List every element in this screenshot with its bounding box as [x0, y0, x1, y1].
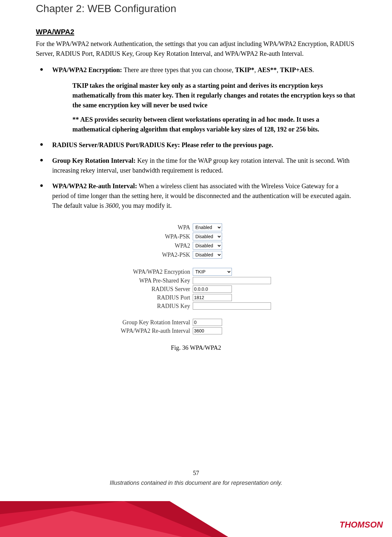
- label-preshared-key: WPA Pre-Shared Key: [105, 277, 193, 284]
- note-block: TKIP takes the original master key only …: [72, 81, 356, 134]
- input-radius-server[interactable]: [193, 285, 232, 293]
- label-encryption: WPA/WPA2 Encryption: [105, 268, 193, 275]
- input-radius-port[interactable]: [193, 294, 232, 301]
- label-wpa2-psk: WPA2-PSK: [105, 252, 193, 258]
- select-wpa2-psk[interactable]: Disabled: [193, 251, 222, 259]
- label-radius-key: RADIUS Key: [105, 303, 193, 310]
- select-encryption[interactable]: TKIP: [193, 268, 232, 276]
- bullet-text: There are three types that you can choos…: [124, 66, 235, 73]
- sep: ,: [277, 66, 280, 73]
- input-preshared-key[interactable]: [193, 277, 271, 284]
- sep: .: [312, 66, 314, 73]
- sep: ,: [254, 66, 258, 73]
- bullet-encryption: WPA/WPA2 Encryption: There are three typ…: [36, 65, 356, 134]
- input-group-key-interval[interactable]: [193, 319, 222, 326]
- section-heading: WPA/WPA2: [36, 28, 356, 36]
- input-reauth-interval[interactable]: [193, 327, 222, 334]
- bullet-list: WPA/WPA2 Encryption: There are three typ…: [36, 65, 356, 210]
- bullet-radius: RADIUS Server/RADIUS Port/RADIUS Key: Pl…: [36, 140, 356, 150]
- footer-note: Illustrations contained in this document…: [0, 480, 392, 486]
- note-aes: ** AES provides security between client …: [72, 115, 356, 134]
- bullet-lead: WPA/WPA2 Re-auth Interval:: [52, 182, 139, 190]
- select-wpa-psk[interactable]: Disabled: [193, 233, 222, 240]
- input-radius-key[interactable]: [193, 302, 271, 310]
- bullet-lead: WPA/WPA2 Encryption:: [52, 66, 124, 73]
- bullet-group-key: Group Key Rotation Interval: Key in the …: [36, 156, 356, 175]
- label-wpa-psk: WPA-PSK: [105, 233, 193, 240]
- figure-caption: Fig. 36 WPA/WPA2: [36, 344, 356, 351]
- footer-band: THOMSON: [0, 501, 392, 537]
- bullet-lead: Group Key Rotation Interval:: [52, 157, 137, 164]
- bullet-reauth: WPA/WPA2 Re-auth Interval: When a wirele…: [36, 181, 356, 210]
- select-wpa2[interactable]: Disabled: [193, 242, 222, 250]
- label-reauth-interval: WPA/WPA2 Re-auth Interval: [105, 328, 193, 334]
- label-group-key-interval: Group Key Rotation Interval: [105, 319, 193, 326]
- page-number: 57: [0, 469, 392, 477]
- label-wpa2: WPA2: [105, 242, 193, 249]
- note-tkip: TKIP takes the original master key only …: [72, 81, 356, 110]
- default-value: 3600: [105, 202, 118, 209]
- label-wpa: WPA: [105, 224, 193, 231]
- option-tkipaes: TKIP+AES: [280, 66, 312, 73]
- footer-graphic: [0, 501, 392, 537]
- select-wpa[interactable]: Enabled: [193, 223, 222, 231]
- bullet-text: , you may modify it.: [118, 202, 172, 209]
- option-aes: AES**: [258, 66, 277, 73]
- intro-paragraph: For the WPA/WPA2 network Authentication,…: [36, 39, 356, 58]
- option-tkip: TKIP*: [235, 66, 254, 73]
- chapter-title: Chapter 2: WEB Configuration: [36, 3, 356, 15]
- brand-logo: THOMSON: [339, 520, 383, 530]
- config-form: WPA Enabled WPA-PSK Disabled WPA2 Disabl…: [105, 223, 287, 334]
- label-radius-server: RADIUS Server: [105, 286, 193, 293]
- label-radius-port: RADIUS Port: [105, 294, 193, 301]
